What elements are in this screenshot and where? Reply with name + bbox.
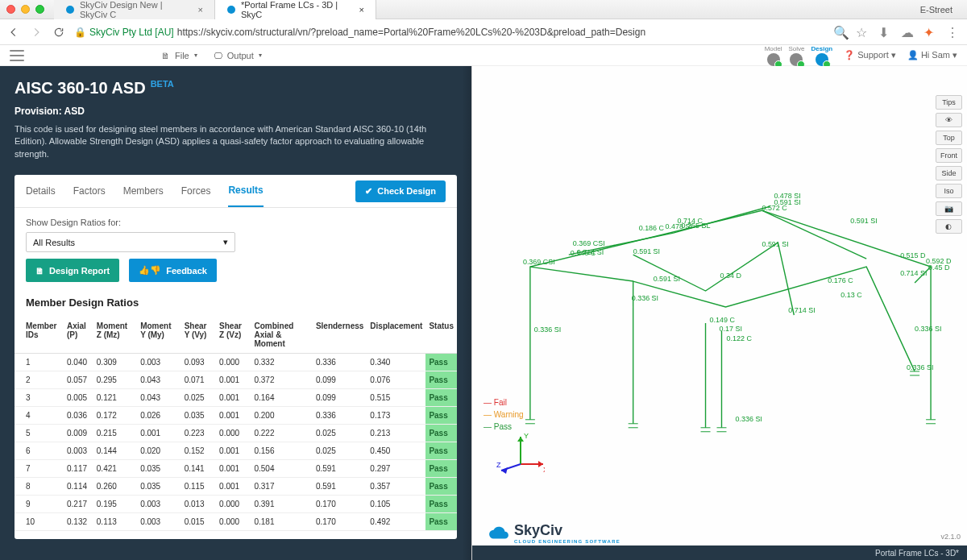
tab-close-icon[interactable]: × bbox=[359, 5, 364, 15]
screenshot-button[interactable]: 📷 bbox=[936, 201, 962, 216]
tab-results[interactable]: Results bbox=[228, 175, 263, 207]
extension-icon[interactable]: ✦ bbox=[923, 25, 938, 39]
design-tabbar: Details Factors Members Forces Results ✔… bbox=[15, 175, 457, 208]
view-side-button[interactable]: Side bbox=[936, 166, 962, 180]
beta-badge: BETA bbox=[151, 79, 174, 89]
tips-button[interactable]: Tips bbox=[936, 95, 962, 110]
svg-text:0.591 SI: 0.591 SI bbox=[633, 247, 660, 255]
tab-details[interactable]: Details bbox=[26, 176, 56, 206]
svg-text:0.336 SI: 0.336 SI bbox=[632, 294, 658, 302]
svg-text:0.336 SI: 0.336 SI bbox=[907, 363, 933, 371]
table-row[interactable]: 60.0030.1440.0200.1520.0010.1560.0250.45… bbox=[15, 442, 457, 460]
back-button[interactable] bbox=[6, 25, 21, 39]
check-design-button[interactable]: ✔Check Design bbox=[355, 180, 446, 202]
tab-close-icon[interactable]: × bbox=[198, 5, 203, 15]
legend: — Fail — Warning — Pass bbox=[484, 396, 524, 433]
site-owner: SkyCiv Pty Ltd [AU] bbox=[89, 27, 174, 38]
browser-tab[interactable]: *Portal Frame LCs - 3D | SkyC × bbox=[215, 0, 376, 19]
col-header: Slenderness bbox=[313, 317, 367, 354]
table-row[interactable]: 40.0360.1720.0260.0350.0010.2000.3360.17… bbox=[15, 407, 457, 425]
description-text: This code is used for designing steel me… bbox=[15, 123, 450, 160]
user-menu[interactable]: 👤 Hi Sam ▾ bbox=[907, 50, 957, 60]
support-menu[interactable]: ❓ Support ▾ bbox=[844, 50, 896, 60]
svg-text:0.176 C: 0.176 C bbox=[828, 276, 853, 284]
monitor-icon: 🖵 bbox=[214, 51, 222, 60]
theme-button[interactable]: ◐ bbox=[936, 219, 962, 234]
col-header: Moment Z (Mz) bbox=[93, 317, 137, 354]
reload-button[interactable] bbox=[52, 25, 66, 39]
col-header: Status bbox=[425, 317, 457, 354]
skyciv-favicon-icon bbox=[65, 5, 75, 15]
table-row[interactable]: 100.1320.1130.0030.0150.0000.1810.1700.4… bbox=[15, 513, 457, 531]
svg-text:0.515 D: 0.515 D bbox=[900, 251, 926, 259]
col-header: Axial (P) bbox=[64, 317, 93, 354]
col-header: Shear Z (Vz) bbox=[216, 317, 251, 354]
table-row[interactable]: 30.0050.1210.0430.0250.0010.1640.0990.51… bbox=[15, 389, 457, 407]
svg-point-1 bbox=[227, 6, 235, 14]
close-window-icon[interactable] bbox=[6, 5, 15, 14]
file-menu[interactable]: 🗎File▾ bbox=[161, 51, 197, 60]
view-toolbar: Tips 👁 Top Front Side Iso 📷 ◐ bbox=[936, 95, 962, 234]
svg-text:0.149 C: 0.149 C bbox=[710, 316, 736, 324]
table-row[interactable]: 10.0400.3090.0030.0930.0000.3320.3360.34… bbox=[15, 354, 457, 371]
table-row[interactable]: 20.0570.2950.0430.0710.0010.3720.0990.07… bbox=[15, 371, 457, 389]
file-icon: 🗎 bbox=[161, 51, 170, 60]
design-report-button[interactable]: 🗎Design Report bbox=[26, 259, 119, 282]
svg-text:0.186 C: 0.186 C bbox=[639, 224, 665, 232]
view-front-button[interactable]: Front bbox=[936, 148, 962, 163]
svg-text:Z: Z bbox=[496, 461, 501, 469]
mode-model[interactable]: Model bbox=[765, 45, 782, 66]
svg-text:0.122 C: 0.122 C bbox=[726, 334, 752, 342]
visibility-button[interactable]: 👁 bbox=[936, 113, 962, 127]
forward-button[interactable] bbox=[29, 25, 44, 39]
tab-title: *Portal Frame LCs - 3D | SkyC bbox=[241, 0, 348, 19]
viewport-3d[interactable]: 0.572 C0.591 SI0.478 SI0.591 SI0.714 C0.… bbox=[471, 66, 967, 560]
filter-select[interactable]: All Results▾ bbox=[26, 232, 235, 252]
view-iso-button[interactable]: Iso bbox=[936, 184, 962, 198]
tab-members[interactable]: Members bbox=[123, 176, 164, 206]
browser-tab[interactable]: SkyCiv Design New | SkyCiv C × bbox=[54, 0, 215, 19]
hamburger-menu-icon[interactable] bbox=[10, 50, 24, 61]
svg-text:0.146 C: 0.146 C bbox=[571, 249, 596, 257]
table-row[interactable]: 50.0090.2150.0010.2230.0000.2220.0250.21… bbox=[15, 425, 457, 442]
svg-text:0.34 D: 0.34 D bbox=[720, 272, 741, 280]
table-row[interactable]: 80.1140.2600.0350.1150.0010.3170.5910.35… bbox=[15, 478, 457, 496]
output-menu[interactable]: 🖵Output▾ bbox=[214, 51, 262, 60]
bookmark-star-icon[interactable]: ☆ bbox=[856, 25, 870, 39]
download-icon[interactable]: ⬇ bbox=[878, 25, 893, 39]
tab-forces[interactable]: Forces bbox=[181, 176, 211, 206]
svg-text:0.255 BL: 0.255 BL bbox=[682, 222, 711, 230]
cloud-icon[interactable]: ☁ bbox=[901, 25, 915, 39]
col-header: Combined Axial & Moment bbox=[251, 317, 312, 354]
address-bar[interactable]: 🔒 SkyCiv Pty Ltd [AU] https://skyciv.com… bbox=[74, 27, 825, 38]
svg-text:0.17 SI: 0.17 SI bbox=[720, 325, 742, 333]
search-icon[interactable]: 🔍 bbox=[833, 25, 848, 39]
workflow-modes: Model Solve Design bbox=[765, 45, 832, 66]
axis-triad: X Y Z bbox=[496, 432, 545, 479]
feedback-button[interactable]: 👍👎Feedback bbox=[129, 259, 217, 282]
svg-text:X: X bbox=[543, 466, 545, 474]
kebab-menu-icon[interactable]: ⋮ bbox=[946, 25, 961, 39]
provision-label: Provision: ASD bbox=[15, 106, 457, 117]
legend-pass: — Pass bbox=[484, 421, 524, 433]
results-card: Details Factors Members Forces Results ✔… bbox=[15, 175, 457, 539]
svg-text:0.714 SI: 0.714 SI bbox=[788, 306, 815, 314]
browser-profile-menu[interactable]: E-Street bbox=[912, 5, 961, 15]
view-top-button[interactable]: Top bbox=[936, 131, 962, 145]
mode-solve[interactable]: Solve bbox=[788, 45, 804, 66]
svg-text:0.369 CSI: 0.369 CSI bbox=[573, 239, 605, 247]
svg-text:0.478 SI: 0.478 SI bbox=[774, 192, 800, 200]
svg-text:0.45 D: 0.45 D bbox=[928, 263, 950, 272]
design-panel: AISC 360-10 ASDBETA Provision: ASD This … bbox=[0, 66, 471, 560]
col-header: Shear Y (Vy) bbox=[181, 317, 216, 354]
maximize-window-icon[interactable] bbox=[35, 5, 44, 14]
version-label: v2.1.0 bbox=[940, 533, 961, 541]
mode-design[interactable]: Design bbox=[811, 45, 832, 66]
svg-text:0.336 SI: 0.336 SI bbox=[915, 325, 941, 333]
tab-factors[interactable]: Factors bbox=[73, 176, 106, 206]
table-row[interactable]: 70.1170.4210.0350.1410.0010.5040.5910.29… bbox=[15, 460, 457, 478]
minimize-window-icon[interactable] bbox=[21, 5, 30, 14]
check-icon: ✔ bbox=[365, 186, 372, 197]
ratios-table: Member IDsAxial (P)Moment Z (Mz)Moment Y… bbox=[15, 317, 457, 531]
table-row[interactable]: 90.2170.1950.0030.0130.0000.3910.1700.10… bbox=[15, 496, 457, 513]
